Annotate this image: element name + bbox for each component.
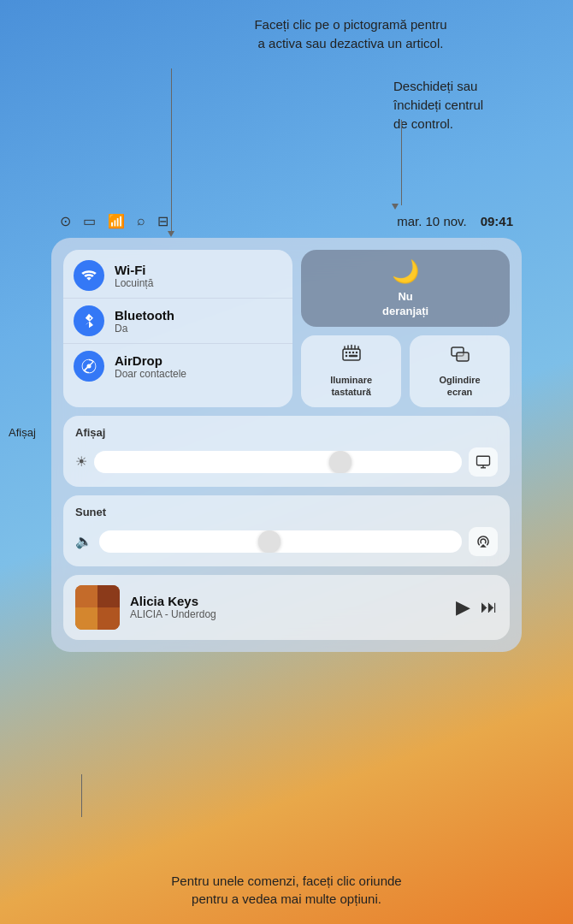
battery-icon: ▭: [83, 213, 96, 229]
display-section: Afișaj ☀: [63, 416, 510, 487]
annotation-line-right: [401, 120, 402, 205]
display-title: Afișaj: [75, 426, 498, 439]
airdrop-title: AirDrop: [115, 353, 186, 368]
mirror-label: Oglindire ecran: [439, 374, 480, 399]
bluetooth-subtitle: Da: [115, 323, 174, 335]
wifi-icon: [74, 260, 104, 291]
wifi-status-icon: 📶: [108, 213, 125, 229]
svg-rect-1: [343, 349, 360, 360]
right-panel: 🌙 Nu deranjați: [301, 250, 510, 407]
track-info: Alicia Keys ALICIA - Underdog: [130, 594, 446, 620]
airdrop-item[interactable]: AirDrop Doar contactele: [63, 344, 292, 388]
album-art: [75, 585, 120, 630]
airdrop-text: AirDrop Doar contactele: [115, 353, 186, 380]
album-q1: [75, 585, 97, 607]
bluetooth-text: Bluetooth Da: [115, 308, 174, 335]
status-date: mar. 10 nov.: [397, 214, 466, 228]
brightness-slider-row[interactable]: ☀: [75, 447, 498, 477]
volume-slider-row[interactable]: 🔈: [75, 527, 498, 556]
bluetooth-icon: [74, 305, 104, 336]
moon-icon: 🌙: [392, 258, 419, 285]
playback-controls: ▶ ⏭: [456, 596, 498, 619]
bottom-right-row: Iluminare tastatură Oglindire ecran: [301, 335, 510, 407]
control-center: Wi-Fi Locuință Bluetooth Da: [51, 238, 522, 652]
screen-mirroring-tile[interactable]: Oglindire ecran: [410, 335, 510, 407]
airdrop-icon: [74, 351, 104, 382]
annotation-right: Deschideți sau închideți centrul de cont…: [393, 77, 556, 133]
top-grid: Wi-Fi Locuință Bluetooth Da: [63, 250, 510, 407]
wifi-item[interactable]: Wi-Fi Locuință: [63, 253, 292, 299]
now-playing-section: Alicia Keys ALICIA - Underdog ▶ ⏭: [63, 575, 510, 640]
album-q3: [75, 607, 97, 630]
album-q4: [97, 607, 120, 630]
annotation-bottom: Pentru unele comenzi, faceți clic oriund…: [9, 872, 564, 909]
volume-icon: 🔈: [75, 533, 92, 549]
brightness-thumb[interactable]: [329, 451, 351, 473]
keyboard-icon: [341, 344, 362, 370]
track-name: ALICIA - Underdog: [130, 608, 446, 620]
sound-title: Sunet: [75, 506, 498, 518]
svg-rect-15: [477, 456, 490, 465]
connectivity-panel: Wi-Fi Locuință Bluetooth Da: [63, 250, 292, 407]
play-button[interactable]: ▶: [456, 596, 470, 619]
svg-rect-14: [457, 352, 469, 361]
status-bar: ⊙ ▭ 📶 ⌕ ⊟ mar. 10 nov. 09:41: [51, 205, 522, 236]
display-settings-icon[interactable]: [469, 447, 498, 477]
volume-track[interactable]: [99, 530, 462, 553]
volume-thumb[interactable]: [258, 530, 281, 553]
status-icons-left: ⊙ ▭ 📶 ⌕ ⊟: [60, 213, 168, 229]
wifi-title: Wi-Fi: [115, 263, 153, 277]
mirroring-icon: [450, 344, 470, 370]
brightness-icon: ☀: [75, 453, 87, 470]
do-not-disturb-tile[interactable]: 🌙 Nu deranjați: [301, 250, 510, 327]
album-q2: [97, 585, 120, 607]
wifi-text: Wi-Fi Locuință: [115, 263, 153, 289]
status-time: 09:41: [481, 214, 513, 228]
brightness-track[interactable]: [94, 451, 462, 473]
tv-icon: ⊙: [60, 213, 71, 229]
annotation-top: Faceți clic pe o pictogramă pentru a act…: [137, 15, 564, 53]
wifi-subtitle: Locuință: [115, 277, 153, 289]
dnd-label: Nu deranjați: [382, 290, 428, 319]
airdrop-subtitle: Doar contactele: [115, 368, 186, 380]
keyboard-brightness-tile[interactable]: Iluminare tastatură: [301, 335, 401, 407]
track-artist: Alicia Keys: [130, 594, 446, 608]
search-icon: ⌕: [137, 213, 145, 228]
annotation-line-bottom: [81, 774, 82, 817]
skip-button[interactable]: ⏭: [481, 597, 498, 617]
keyboard-label: Iluminare tastatură: [330, 374, 372, 399]
airplay-icon[interactable]: [469, 527, 498, 556]
annotation-label-afisaj: Afișaj: [9, 426, 36, 439]
control-center-icon[interactable]: ⊟: [157, 213, 168, 229]
sound-section: Sunet 🔈: [63, 495, 510, 566]
bluetooth-item[interactable]: Bluetooth Da: [63, 299, 292, 344]
bluetooth-title: Bluetooth: [115, 308, 174, 323]
